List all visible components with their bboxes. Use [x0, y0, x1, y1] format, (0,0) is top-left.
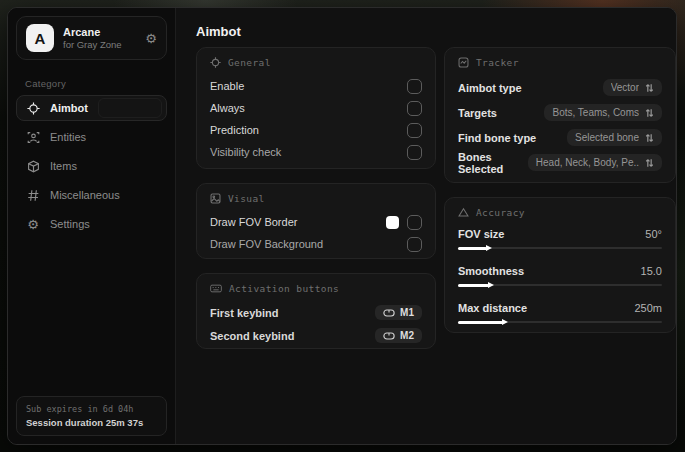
find-bone-type-dropdown[interactable]: Selected bone [567, 129, 662, 146]
brand-card: A Arcane for Gray Zone ⚙ [16, 16, 167, 60]
setting-row: Visibility check [210, 141, 422, 163]
dropdown-row: Aimbot type Vector [458, 75, 662, 100]
gear-icon[interactable]: ⚙ [145, 31, 157, 46]
setting-row: Always [210, 97, 422, 119]
sidebar-item-miscellaneous[interactable]: Miscellaneous [16, 182, 167, 208]
slider-thumb[interactable] [486, 245, 492, 251]
second-keybind-button[interactable]: M2 [375, 328, 422, 343]
setting-label: Bones Selected [458, 151, 528, 175]
sidebar-nav: Aimbot Entities [8, 95, 175, 237]
fov-size-slider[interactable] [458, 243, 662, 253]
app-subtitle: for Gray Zone [63, 39, 136, 50]
targets-dropdown[interactable]: Bots, Teams, Coms [544, 104, 662, 121]
sidebar-item-settings[interactable]: ⚙ Settings [16, 211, 167, 237]
swap-vertical-icon [645, 133, 654, 143]
subscription-card: Sub expires in 6d 04h Session duration 2… [16, 396, 167, 436]
setting-label: Find bone type [458, 132, 536, 144]
image-icon [210, 193, 221, 204]
draw-fov-background-checkbox[interactable] [407, 237, 422, 252]
main-panel: Aimbot General Enable Always [176, 8, 676, 444]
app-name: Arcane [63, 26, 136, 39]
slider-thumb[interactable] [502, 319, 508, 325]
keybind-row: First keybind M1 [210, 301, 422, 324]
dropdown-row: Find bone type Selected bone [458, 125, 662, 150]
keybind-row: Second keybind M2 [210, 324, 422, 347]
section-title: Accuracy [476, 207, 525, 218]
category-label: Category [25, 78, 165, 89]
dropdown-row: Targets Bots, Teams, Coms [458, 100, 662, 125]
sidebar-item-label: Entities [50, 131, 86, 143]
sub-expiry: Sub expires in 6d 04h [26, 404, 157, 414]
sidebar-item-aimbot[interactable]: Aimbot [16, 95, 167, 121]
section-title: Tracker [476, 57, 519, 68]
max-distance-slider[interactable] [458, 317, 662, 327]
dropdown-row: Bones Selected Head, Neck, Body, Pe.. [458, 150, 662, 175]
visual-card: Visual Draw FOV Border Draw FOV Backgrou… [196, 183, 436, 259]
draw-fov-border-checkbox[interactable] [407, 215, 422, 230]
smoothness-slider[interactable] [458, 280, 662, 290]
activity-icon [458, 57, 469, 68]
sidebar: A Arcane for Gray Zone ⚙ Category Aimbot [8, 8, 176, 444]
fov-border-color-swatch[interactable] [386, 216, 399, 229]
setting-row: Draw FOV Background [210, 233, 422, 255]
setting-label: FOV size [458, 228, 504, 240]
accuracy-card: Accuracy FOV size 50° Smoothness 15 [444, 197, 676, 333]
keyboard-icon [210, 283, 222, 294]
setting-label: Always [210, 102, 245, 114]
sidebar-item-label: Miscellaneous [50, 189, 120, 201]
first-keybind-button[interactable]: M1 [375, 305, 422, 320]
tracker-card: Tracker Aimbot type Vector Targets Bots,… [444, 47, 676, 183]
mouse-icon [383, 332, 395, 340]
setting-label: Enable [210, 80, 244, 92]
slider-value: 50° [645, 228, 662, 240]
always-checkbox[interactable] [407, 101, 422, 116]
section-title: Activation buttons [229, 283, 339, 294]
setting-label: Second keybind [210, 330, 294, 342]
sidebar-item-entities[interactable]: Entities [16, 124, 167, 150]
game-background: A Arcane for Gray Zone ⚙ Category Aimbot [0, 0, 685, 452]
enable-checkbox[interactable] [407, 79, 422, 94]
swap-vertical-icon [645, 158, 654, 168]
watermark-ghost [98, 98, 162, 118]
sidebar-item-label: Items [50, 160, 77, 172]
slider-thumb[interactable] [488, 282, 494, 288]
setting-label: Max distance [458, 302, 527, 314]
sidebar-item-label: Aimbot [50, 102, 88, 114]
setting-label: First keybind [210, 307, 278, 319]
crosshair-icon [26, 101, 40, 115]
setting-label: Prediction [210, 124, 259, 136]
section-title: Visual [228, 193, 265, 204]
setting-row: Draw FOV Border [210, 211, 422, 233]
slider-row: Smoothness 15.0 [458, 262, 662, 290]
setting-label: Visibility check [210, 146, 281, 158]
swap-vertical-icon [645, 108, 654, 118]
person-scan-icon [26, 130, 40, 144]
setting-label: Draw FOV Border [210, 216, 297, 228]
general-card: General Enable Always Prediction Visibil… [196, 47, 436, 169]
setting-label: Aimbot type [458, 82, 522, 94]
sidebar-item-items[interactable]: Items [16, 153, 167, 179]
cheat-menu-window: A Arcane for Gray Zone ⚙ Category Aimbot [7, 7, 677, 445]
activation-card: Activation buttons First keybind M1 Seco… [196, 273, 436, 349]
bones-selected-dropdown[interactable]: Head, Neck, Body, Pe.. [528, 154, 662, 171]
box-icon [26, 159, 40, 173]
gear-icon: ⚙ [26, 217, 40, 231]
slider-value: 15.0 [641, 265, 662, 277]
mouse-icon [383, 309, 395, 317]
visibility-check-checkbox[interactable] [407, 145, 422, 160]
triangle-icon [458, 207, 469, 218]
session-duration: Session duration 25m 37s [26, 417, 157, 428]
slider-row: Max distance 250m [458, 299, 662, 327]
aimbot-type-dropdown[interactable]: Vector [603, 79, 662, 96]
page-title: Aimbot [196, 24, 241, 39]
setting-label: Targets [458, 107, 497, 119]
setting-row: Prediction [210, 119, 422, 141]
slider-row: FOV size 50° [458, 225, 662, 253]
setting-label: Smoothness [458, 265, 524, 277]
app-logo: A [26, 24, 54, 52]
hash-icon [26, 188, 40, 202]
prediction-checkbox[interactable] [407, 123, 422, 138]
setting-row: Enable [210, 75, 422, 97]
setting-label: Draw FOV Background [210, 238, 323, 250]
section-title: General [228, 57, 271, 68]
